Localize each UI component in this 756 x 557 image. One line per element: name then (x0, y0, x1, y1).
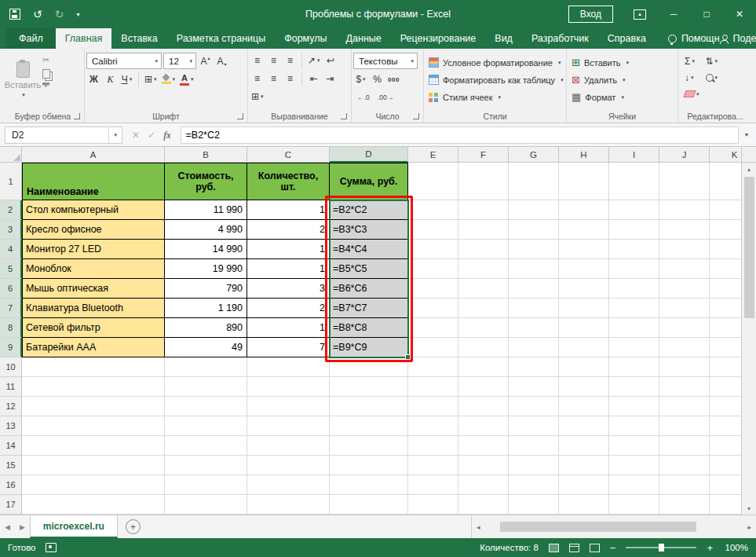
cell[interactable] (509, 397, 559, 416)
conditional-formatting-button[interactable]: Условное форматирование ▾ (425, 55, 564, 71)
name-box[interactable]: D2 ▾ (5, 126, 122, 144)
cell[interactable] (659, 357, 710, 377)
ribbon-tab[interactable]: Данные (337, 28, 391, 49)
sheet-nav-right-icon[interactable]: ▶ (15, 515, 30, 538)
cell[interactable] (559, 220, 609, 240)
cut-icon[interactable]: ✂ (42, 55, 50, 65)
zoom-slider-thumb[interactable] (659, 544, 664, 552)
fill-color-icon[interactable]: ▾ (160, 71, 177, 87)
cell[interactable] (609, 456, 659, 475)
ribbon-display-options-icon[interactable]: ▴ (634, 9, 646, 20)
cell[interactable] (710, 240, 741, 259)
cell[interactable]: Кресло офисное (22, 220, 165, 240)
cell[interactable]: 2 (247, 220, 330, 240)
cell[interactable] (559, 299, 609, 318)
cell[interactable] (509, 338, 559, 357)
cell[interactable] (330, 436, 408, 456)
cell[interactable] (509, 240, 559, 259)
cell[interactable] (458, 240, 509, 259)
cell[interactable] (609, 163, 659, 200)
bold-button[interactable]: Ж (86, 71, 101, 87)
ribbon-tab[interactable]: Вид (485, 28, 522, 49)
cell[interactable] (330, 397, 408, 416)
cell[interactable] (408, 318, 458, 338)
formula-bar-expand-icon[interactable]: ▾ (742, 131, 751, 138)
align-middle-icon[interactable]: ≡ (266, 53, 281, 68)
cell[interactable] (659, 220, 710, 240)
cell[interactable] (408, 357, 458, 377)
cell[interactable]: =B4*C4 (330, 240, 408, 259)
macro-record-icon[interactable] (46, 543, 57, 552)
cell[interactable] (710, 163, 741, 200)
column-header[interactable]: F (458, 147, 509, 163)
cell[interactable]: Клавиатура Bluetooth (22, 299, 165, 318)
cell[interactable] (609, 279, 659, 299)
new-sheet-button[interactable]: + (126, 519, 141, 534)
cell[interactable] (509, 495, 559, 515)
cell[interactable] (330, 416, 408, 436)
cell[interactable]: 14 990 (165, 240, 247, 259)
cell[interactable] (609, 259, 659, 279)
row-header[interactable]: 5 (0, 259, 22, 279)
cell[interactable] (659, 163, 710, 200)
cell[interactable] (330, 357, 408, 377)
row-header[interactable]: 13 (0, 416, 22, 436)
cell[interactable]: Сумма, руб. (330, 163, 408, 200)
cell[interactable] (509, 220, 559, 240)
cell[interactable]: Стол компьютерный (22, 200, 165, 220)
ribbon-tab[interactable]: Рецензирование (391, 28, 486, 49)
cell[interactable] (659, 397, 710, 416)
column-header[interactable]: J (659, 147, 710, 163)
cell[interactable] (165, 456, 247, 475)
cell[interactable] (659, 299, 710, 318)
cell[interactable] (22, 495, 165, 515)
cell[interactable] (458, 338, 509, 357)
cell[interactable] (458, 299, 509, 318)
cell[interactable] (559, 456, 609, 475)
cell[interactable]: 4 990 (165, 220, 247, 240)
horizontal-scroll-thumb[interactable] (500, 522, 696, 532)
cell[interactable] (559, 259, 609, 279)
cell[interactable]: =B5*C5 (330, 259, 408, 279)
cell[interactable] (609, 436, 659, 456)
cell[interactable]: Моноблок (22, 259, 165, 279)
cell[interactable]: 2 (247, 299, 330, 318)
column-header[interactable]: H (559, 147, 609, 163)
scroll-right-icon[interactable]: ▸ (743, 523, 756, 531)
cell[interactable] (509, 318, 559, 338)
cell[interactable]: 19 990 (165, 259, 247, 279)
cell[interactable] (710, 416, 741, 436)
number-dialog-launcher-icon[interactable] (413, 113, 419, 119)
cell[interactable] (710, 377, 741, 397)
cell[interactable] (559, 163, 609, 200)
cell[interactable]: =B2*C2 (330, 200, 408, 220)
cell[interactable] (609, 240, 659, 259)
underline-button[interactable]: Ч▾ (119, 71, 134, 87)
column-header[interactable]: E (408, 147, 458, 163)
orientation-icon[interactable]: ↗▾ (306, 53, 322, 68)
cell[interactable] (408, 200, 458, 220)
fill-button[interactable]: ↓▾ (685, 70, 699, 85)
format-as-table-button[interactable]: Форматировать как таблицу ▾ (425, 72, 564, 88)
cell[interactable] (458, 416, 509, 436)
wrap-text-icon[interactable]: ↩ (323, 53, 338, 68)
column-header[interactable]: B (165, 147, 247, 163)
row-header[interactable]: 15 (0, 456, 22, 475)
scroll-up-icon[interactable]: ▴ (747, 163, 751, 175)
cell[interactable] (659, 200, 710, 220)
align-left-icon[interactable]: ≡ (250, 71, 265, 86)
row-header[interactable]: 10 (0, 357, 22, 377)
column-header[interactable]: I (609, 147, 659, 163)
grow-font-icon[interactable]: А▴ (198, 53, 213, 69)
font-size-select[interactable]: 12▾ (163, 53, 196, 69)
cell[interactable] (710, 299, 741, 318)
page-layout-view-icon[interactable] (569, 544, 579, 552)
align-top-icon[interactable]: ≡ (250, 53, 265, 68)
cell[interactable] (408, 163, 458, 200)
row-header[interactable]: 4 (0, 240, 22, 259)
normal-view-icon[interactable] (549, 544, 559, 552)
ribbon-tab[interactable]: Вставка (111, 28, 166, 49)
increase-decimal-icon[interactable]: ←.0 (353, 90, 374, 105)
cell[interactable] (710, 338, 741, 357)
cell[interactable] (330, 475, 408, 495)
